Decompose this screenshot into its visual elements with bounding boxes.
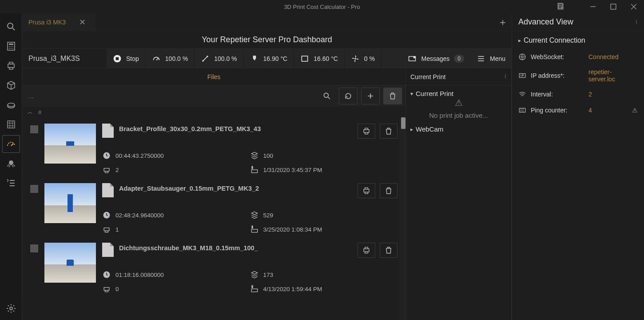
sort-up-icon[interactable]: ︿: [28, 108, 33, 116]
current-print-section[interactable]: ▾Current Print: [410, 90, 507, 97]
print-file-button[interactable]: [358, 243, 375, 258]
scrollbar-track[interactable]: [399, 117, 405, 320]
ip-row: IP address*: repetier-server.loc: [518, 65, 638, 86]
layers-row: 100: [250, 151, 398, 160]
queue-icon[interactable]: [2, 174, 20, 192]
fan-chip[interactable]: 0 %: [345, 49, 382, 68]
dashboard-heading: Your Repetier Server Pro Dashboard: [22, 31, 512, 49]
file-checkbox[interactable]: [30, 244, 38, 252]
delete-all-button[interactable]: [383, 88, 402, 104]
tab-printer[interactable]: Prusa i3 MK3 ✕: [22, 13, 95, 31]
svg-rect-11: [8, 121, 15, 128]
advanced-view-panel: Advanced View 〈 ▸Current Connection WebS…: [512, 13, 644, 320]
minimize-button[interactable]: [583, 0, 603, 13]
window-title: 3D Print Cost Calculator - Pro: [284, 4, 360, 10]
printer-icon[interactable]: [2, 57, 20, 75]
octopus-icon[interactable]: [2, 155, 20, 172]
files-path: ...: [26, 92, 315, 100]
svg-rect-25: [251, 170, 257, 173]
file-item[interactable]: Adapter_Staubsauger_0.15mm_PETG_MK3_2 02…: [22, 177, 405, 236]
file-checkbox[interactable]: [30, 125, 38, 133]
interval-row: Interval: 2: [518, 86, 638, 102]
file-thumbnail: [44, 183, 96, 223]
delete-file-button[interactable]: [380, 243, 398, 258]
file-checkbox[interactable]: [30, 185, 38, 193]
files-filter-row: ...: [22, 85, 405, 107]
nozzle-temp-chip[interactable]: 16.90 °C: [244, 49, 294, 68]
svg-point-16: [203, 60, 204, 61]
delete-file-button[interactable]: [380, 124, 398, 139]
svg-rect-0: [590, 6, 596, 7]
svg-rect-1: [611, 4, 616, 9]
svg-point-19: [354, 58, 356, 59]
current-print-column: Current Print 〈 ▾Current Print ⚠ No prin…: [406, 68, 512, 320]
ping-row: Ping counter: 4 ⚠: [518, 102, 638, 118]
svg-point-21: [413, 56, 416, 58]
svg-rect-24: [251, 166, 253, 169]
webcam-section[interactable]: ▸WebCam: [410, 125, 507, 133]
svg-rect-34: [519, 108, 525, 112]
close-button[interactable]: [624, 0, 644, 13]
messages-chip[interactable]: Messages 0: [402, 49, 470, 68]
files-search-icon[interactable]: [318, 88, 335, 104]
calculator-icon[interactable]: [2, 37, 20, 55]
counter-icon: [518, 106, 526, 115]
file-item[interactable]: Dichtungsschraube_MK3_M18_0.15mm_100_ 01…: [22, 236, 405, 296]
cube-icon[interactable]: [2, 76, 20, 94]
collapse-icon[interactable]: 〈: [501, 73, 507, 80]
files-column: Files ... ︿ #: [22, 68, 406, 320]
ip-icon: [518, 71, 526, 80]
tab-close-icon[interactable]: ✕: [76, 16, 88, 28]
svg-rect-15: [116, 57, 119, 60]
sort-label[interactable]: #: [38, 109, 41, 116]
refresh-button[interactable]: [339, 88, 358, 104]
svg-rect-30: [251, 285, 253, 288]
title-bar: 3D Print Cost Calculator - Pro: [0, 0, 644, 13]
warning-icon: ⚠: [410, 97, 507, 108]
messages-count-badge: 0: [454, 55, 464, 63]
document-icon: [102, 243, 114, 257]
svg-point-8: [9, 48, 10, 49]
maximize-button[interactable]: [603, 0, 624, 13]
connection-section[interactable]: ▸Current Connection: [518, 36, 638, 44]
document-icon: [102, 183, 114, 197]
settings-icon[interactable]: [2, 300, 20, 317]
svg-point-17: [207, 56, 208, 57]
add-file-button[interactable]: [361, 88, 380, 104]
stop-button[interactable]: Stop: [107, 49, 146, 68]
tab-add-button[interactable]: ＋: [494, 13, 512, 31]
help-icon[interactable]: [556, 2, 565, 12]
collapse-right-icon[interactable]: 〈: [632, 18, 638, 26]
svg-rect-28: [251, 229, 257, 232]
wifi-icon: [518, 90, 526, 99]
file-name: Bracket_Profile_30x30_0.2mm_PETG_MK3_43: [119, 124, 352, 132]
svg-point-2: [8, 23, 13, 28]
flow-chip[interactable]: 100.0 %: [195, 49, 243, 68]
material-icon[interactable]: [2, 96, 20, 114]
delete-file-button[interactable]: [380, 183, 398, 198]
search-icon[interactable]: [2, 18, 20, 36]
prints-row: 2: [102, 165, 250, 174]
date-row: 1/31/2020 3:45:37 PM: [250, 165, 398, 174]
svg-point-13: [10, 307, 12, 310]
file-name: Adapter_Staubsauger_0.15mm_PETG_MK3_2: [119, 183, 352, 192]
scrollbar-thumb[interactable]: [401, 117, 405, 129]
printer-name: Prusa_i3_MK3S: [22, 55, 107, 63]
print-file-button[interactable]: [358, 124, 375, 139]
file-name: Dichtungsschraube_MK3_M18_0.15mm_100_: [119, 243, 352, 252]
advanced-view-header: Advanced View: [518, 17, 573, 27]
file-thumbnail: [44, 124, 96, 164]
svg-point-12: [9, 160, 13, 165]
print-file-button[interactable]: [358, 183, 375, 198]
svg-point-9: [11, 48, 12, 49]
grid-icon[interactable]: [2, 116, 20, 133]
svg-point-10: [12, 48, 13, 49]
speed-chip[interactable]: 100.0 %: [146, 49, 195, 68]
gauge-icon[interactable]: [2, 135, 20, 153]
printer-toolbar: Prusa_i3_MK3S Stop 100.0 % 100.0 % 16.90…: [22, 49, 512, 68]
svg-point-7: [12, 46, 13, 47]
bed-temp-chip[interactable]: 16.60 °C: [294, 49, 345, 68]
file-item[interactable]: Bracket_Profile_30x30_0.2mm_PETG_MK3_43 …: [22, 117, 405, 177]
menu-button[interactable]: Menu: [470, 49, 512, 68]
current-print-message: No print job active...: [410, 108, 507, 125]
